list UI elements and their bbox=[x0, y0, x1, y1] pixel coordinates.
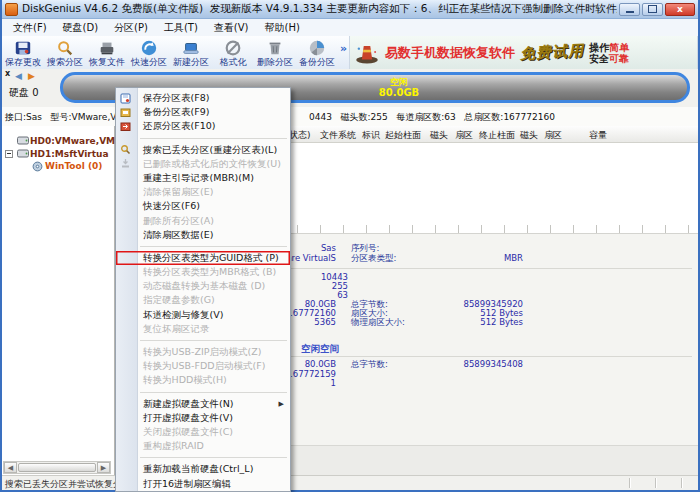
sidebar-horizontal-scrollbar[interactable]: ◀ ▶ bbox=[3, 461, 111, 474]
menu-item-25[interactable]: 关闭虚拟硬盘文件(C) bbox=[116, 425, 290, 439]
menu-item-label: 清除保留扇区(E) bbox=[143, 186, 213, 197]
menu-separator bbox=[140, 340, 287, 341]
scroll-right-arrow-icon[interactable]: ▶ bbox=[97, 462, 110, 473]
format-icon bbox=[224, 39, 242, 57]
backup-partition-icon bbox=[308, 39, 326, 57]
status-divider bbox=[681, 478, 683, 488]
toolbar-search-button[interactable]: 搜索分区 bbox=[44, 36, 86, 69]
scrollbar-thumb[interactable] bbox=[18, 463, 96, 472]
menu-item-label: 打开虚拟硬盘文件(V) bbox=[143, 412, 233, 423]
status-divider bbox=[655, 478, 657, 488]
menu-item-2[interactable]: 还原分区表(F10) bbox=[116, 119, 290, 133]
maximize-button[interactable] bbox=[642, 3, 663, 16]
menu-item-1[interactable]: 备份分区表(F9) bbox=[116, 105, 290, 119]
menu-item-17[interactable]: 复位坏扇区记录 bbox=[116, 322, 290, 336]
ad-free-trial-text[interactable]: 免费试用 bbox=[520, 41, 585, 63]
menu-item-label: 清除扇区数据(E) bbox=[143, 229, 213, 240]
tree-item-label: WinTool (0) bbox=[45, 161, 102, 171]
toolbar-button-label: 搜索分区 bbox=[47, 57, 83, 67]
menubar-item-3[interactable]: 工具(T) bbox=[156, 20, 206, 36]
next-disk-arrow-icon[interactable]: ▶ bbox=[28, 71, 35, 81]
disk-info-line: 接口:Sas 型号:VMware,V 0443 磁头数:255 每道扇区数:63… bbox=[2, 107, 698, 127]
menubar-item-0[interactable]: 文件(F) bbox=[5, 20, 55, 36]
prev-disk-arrow-icon[interactable]: ◀ bbox=[15, 71, 22, 81]
quick-partition-icon bbox=[140, 39, 158, 57]
panel-close-icon[interactable]: x bbox=[5, 69, 10, 79]
menu-item-13[interactable]: 转换分区表类型为MBR格式 (B) bbox=[116, 265, 290, 279]
menu-item-4[interactable]: 搜索已丢失分区(重建分区表)(L) bbox=[116, 143, 290, 157]
toolbar-button-label: 快速分区 bbox=[131, 57, 167, 67]
menu-item-19[interactable]: 转换为USB-ZIP启动模式(Z) bbox=[116, 345, 290, 359]
menu-item-label: 指定硬盘参数(G) bbox=[143, 294, 215, 305]
toolbar-recover-files-button[interactable]: 恢复文件 bbox=[86, 36, 128, 69]
disk-info-right: 0443 磁头数:255 每道扇区数:63 总扇区数:167772160 bbox=[309, 111, 555, 124]
menu-item-12[interactable]: 转换分区表类型为GUID格式 (P) bbox=[116, 251, 290, 265]
tree-item[interactable]: HD1:MsftVirtua bbox=[2, 148, 114, 160]
segment-name: 空闲 bbox=[390, 77, 408, 87]
free-space-section-header: 空闲空间 bbox=[301, 343, 339, 356]
menu-item-5[interactable]: 已删除或格式化后的文件恢复(U) bbox=[116, 157, 290, 171]
toolbar-quick-partition-button[interactable]: 快速分区 bbox=[128, 36, 170, 69]
menu-item-24[interactable]: 打开虚拟硬盘文件(V) bbox=[116, 411, 290, 425]
menubar-item-4[interactable]: 查看(V) bbox=[206, 20, 257, 36]
toolbar-overflow-chevron[interactable]: » bbox=[340, 42, 347, 55]
search-icon bbox=[56, 39, 74, 57]
column-header: 扇区 bbox=[455, 129, 473, 142]
menubar-item-1[interactable]: 硬盘(D) bbox=[55, 20, 107, 36]
sidebar-tree: HD0:VMware,VMwHD1:MsftVirtuaWinTool (0) … bbox=[2, 126, 115, 476]
menu-item-15[interactable]: 指定硬盘参数(G) bbox=[116, 293, 290, 307]
column-header: 扇区 bbox=[544, 129, 562, 142]
toolbar-button-label: 新建分区 bbox=[173, 57, 209, 67]
toolbar-new-partition-button[interactable]: 新建分区 bbox=[170, 36, 212, 69]
close-button[interactable]: x bbox=[665, 3, 695, 16]
status-hint-text: 搜索已丢失分区并尝试恢复分 bbox=[5, 478, 122, 491]
menu-item-26[interactable]: 重构虚拟RAID bbox=[116, 439, 290, 453]
menu-item-0[interactable]: 保存分区表(F8) bbox=[116, 91, 290, 105]
toolbar-save-button[interactable]: 保存更改 bbox=[2, 36, 44, 69]
toolbar-format-button[interactable]: 格式化 bbox=[212, 36, 254, 69]
status-divider bbox=[629, 478, 631, 488]
menubar-item-2[interactable]: 分区(P) bbox=[106, 20, 156, 36]
collapse-box-icon[interactable] bbox=[5, 150, 13, 158]
column-header: 磁头 bbox=[520, 129, 538, 142]
menu-item-6[interactable]: 重建主引导记录(MBR)(M) bbox=[116, 171, 290, 185]
menu-item-label: 转换为USB-ZIP启动模式(Z) bbox=[143, 346, 261, 357]
column-header: 起始柱面 bbox=[385, 129, 421, 142]
menu-item-label: 转换分区表类型为MBR格式 (B) bbox=[143, 266, 276, 277]
menu-item-16[interactable]: 坏道检测与修复(V) bbox=[116, 308, 290, 322]
toolbar-button-label: 恢复文件 bbox=[89, 57, 125, 67]
tree-item[interactable]: HD0:VMware,VMw bbox=[2, 135, 114, 147]
menu-item-7[interactable]: 清除保留扇区(E) bbox=[116, 185, 290, 199]
magician-hat-icon bbox=[354, 40, 380, 66]
menu-item-label: 重构虚拟RAID bbox=[143, 440, 204, 451]
menu-item-29[interactable]: 打开16进制扇区编辑 bbox=[116, 477, 290, 491]
minimize-button[interactable] bbox=[619, 3, 640, 16]
toolbar-button-label: 保存更改 bbox=[5, 57, 41, 67]
hard-disk-icon bbox=[17, 149, 29, 158]
menu-item-8[interactable]: 快速分区(F6) bbox=[116, 199, 290, 213]
new-partition-icon bbox=[182, 39, 200, 57]
toolbar-backup-partition-button[interactable]: 备份分区 bbox=[296, 36, 338, 69]
menubar-item-5[interactable]: 帮助(H) bbox=[257, 20, 308, 36]
menu-item-label: 转换为USB-FDD启动模式(F) bbox=[143, 360, 265, 371]
menu-item-9[interactable]: 删除所有分区(A) bbox=[116, 214, 290, 228]
menu-item-23[interactable]: 新建虚拟硬盘文件(N)▶ bbox=[116, 397, 290, 411]
scroll-left-arrow-icon[interactable]: ◀ bbox=[4, 462, 17, 473]
menu-item-28[interactable]: 重新加载当前硬盘(Ctrl_L) bbox=[116, 462, 290, 476]
menu-item-label: 重新加载当前硬盘(Ctrl_L) bbox=[143, 463, 253, 474]
menu-item-label: 快速分区(F6) bbox=[143, 200, 200, 211]
tree-item[interactable]: WinTool (0) bbox=[2, 160, 114, 172]
menu-item-20[interactable]: 转换为USB-FDD启动模式(F) bbox=[116, 359, 290, 373]
menu-item-21[interactable]: 转换为HDD模式(H) bbox=[116, 373, 290, 387]
menu-separator bbox=[140, 138, 287, 139]
toolbar-delete-partition-button[interactable]: 删除分区 bbox=[254, 36, 296, 69]
save-icon bbox=[14, 39, 32, 57]
titlebar: DiskGenius V4.6.2 免费版(单文件版) 发现新版本 V4.9.1… bbox=[2, 0, 698, 19]
hard-disk-icon bbox=[17, 136, 29, 145]
menu-separator bbox=[140, 392, 287, 393]
ad-slogans: 操作简单 安全可靠 bbox=[589, 42, 629, 64]
menu-item-10[interactable]: 清除扇区数据(E) bbox=[116, 228, 290, 242]
menu-item-14[interactable]: 动态磁盘转换为基本磁盘 (D) bbox=[116, 279, 290, 293]
ad-banner[interactable]: 易数手机数据恢复软件 免费试用 操作简单 安全可靠 bbox=[349, 36, 698, 69]
column-header: 文件系统 bbox=[320, 129, 356, 142]
